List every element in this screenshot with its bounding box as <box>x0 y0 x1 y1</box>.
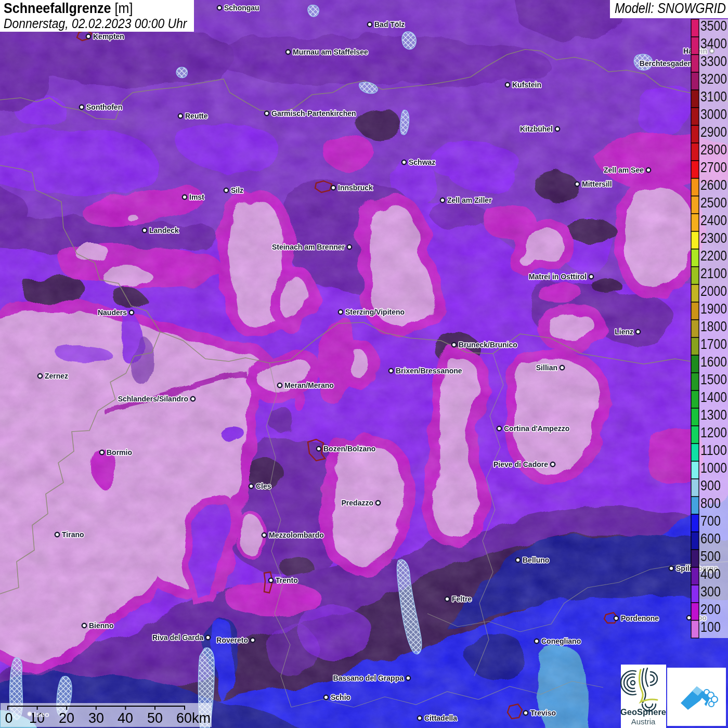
svg-text:Schlanders/Silandro: Schlanders/Silandro <box>118 395 188 403</box>
svg-text:30: 30 <box>88 710 104 726</box>
svg-text:500: 500 <box>700 549 721 564</box>
svg-text:3300: 3300 <box>700 54 727 69</box>
svg-text:Cittadella: Cittadella <box>424 714 457 722</box>
svg-text:Schwaz: Schwaz <box>409 158 435 166</box>
svg-text:Cles: Cles <box>256 482 271 490</box>
svg-text:Sterzing/Vipiteno: Sterzing/Vipiteno <box>345 308 405 316</box>
svg-text:2300: 2300 <box>700 230 727 246</box>
svg-text:20: 20 <box>59 710 74 726</box>
svg-text:100: 100 <box>700 619 721 635</box>
svg-text:Treviso: Treviso <box>530 709 556 717</box>
svg-text:Bormio: Bormio <box>107 448 132 457</box>
svg-text:Kufstein: Kufstein <box>512 81 541 89</box>
svg-text:Meran/Merano: Meran/Merano <box>284 381 334 389</box>
svg-text:Belluno: Belluno <box>523 556 549 564</box>
svg-text:2600: 2600 <box>700 177 727 193</box>
svg-text:Rovereto: Rovereto <box>216 636 248 644</box>
svg-text:Lienz: Lienz <box>615 328 633 336</box>
svg-text:200: 200 <box>700 602 721 617</box>
svg-text:GeoSphere: GeoSphere <box>620 707 666 717</box>
svg-text:1800: 1800 <box>700 319 727 334</box>
svg-text:60km: 60km <box>176 710 211 726</box>
svg-text:Murnau am Staffelsee: Murnau am Staffelsee <box>293 48 368 56</box>
svg-text:Bozen/Bolzano: Bozen/Bolzano <box>323 445 375 453</box>
svg-text:2200: 2200 <box>700 248 727 264</box>
svg-text:1600: 1600 <box>700 354 727 370</box>
svg-text:2000: 2000 <box>700 283 727 299</box>
svg-text:1900: 1900 <box>700 301 727 317</box>
svg-text:3000: 3000 <box>700 107 727 122</box>
svg-text:2900: 2900 <box>700 124 727 140</box>
svg-text:Mittersill: Mittersill <box>582 180 612 188</box>
svg-text:Zernez: Zernez <box>45 372 68 380</box>
svg-text:50: 50 <box>147 710 163 726</box>
svg-text:1500: 1500 <box>700 372 727 387</box>
svg-text:0: 0 <box>5 710 12 726</box>
svg-text:800: 800 <box>700 496 721 511</box>
svg-text:Reutte: Reutte <box>185 112 208 120</box>
svg-text:1700: 1700 <box>700 336 727 352</box>
svg-text:Bruneck/Brunico: Bruneck/Brunico <box>459 341 517 349</box>
svg-text:Zell am See: Zell am See <box>604 166 644 174</box>
svg-text:2100: 2100 <box>700 266 727 281</box>
svg-text:400: 400 <box>700 566 721 582</box>
svg-text:Riva del Garda: Riva del Garda <box>152 633 203 642</box>
svg-text:1300: 1300 <box>700 407 727 423</box>
svg-text:1200: 1200 <box>700 425 727 440</box>
svg-text:Kempten: Kempten <box>93 32 124 41</box>
svg-text:Tirano: Tirano <box>62 530 84 539</box>
svg-text:Matrei in Osttirol: Matrei in Osttirol <box>529 272 587 281</box>
svg-text:600: 600 <box>700 531 721 547</box>
svg-text:Trento: Trento <box>276 576 298 584</box>
svg-text:1000: 1000 <box>700 460 727 476</box>
svg-text:Innsbruck: Innsbruck <box>338 184 373 192</box>
svg-text:2800: 2800 <box>700 142 727 158</box>
svg-text:Schio: Schio <box>331 693 350 701</box>
svg-text:Zell am Ziller: Zell am Ziller <box>447 196 492 204</box>
svg-text:Steinach am Brenner: Steinach am Brenner <box>272 243 345 251</box>
svg-text:300: 300 <box>700 584 721 600</box>
svg-text:3100: 3100 <box>700 89 727 105</box>
svg-text:Mezzolombardo: Mezzolombardo <box>269 531 324 539</box>
svg-text:Pieve di Cadore: Pieve di Cadore <box>493 460 548 469</box>
svg-text:Silz: Silz <box>231 186 243 194</box>
svg-text:40: 40 <box>118 710 133 726</box>
svg-text:Pordenone: Pordenone <box>621 614 659 622</box>
svg-text:2400: 2400 <box>700 213 727 228</box>
svg-text:Nauders: Nauders <box>98 308 127 317</box>
svg-text:Imst: Imst <box>189 193 204 201</box>
svg-text:3200: 3200 <box>700 71 727 87</box>
svg-text:Bienno: Bienno <box>89 621 113 630</box>
svg-text:Sillian: Sillian <box>536 363 557 372</box>
svg-text:Kitzbühel: Kitzbühel <box>520 125 553 133</box>
svg-text:Austria: Austria <box>631 717 656 726</box>
svg-text:Bad Tölz: Bad Tölz <box>374 20 405 29</box>
svg-text:700: 700 <box>700 513 721 529</box>
svg-text:3400: 3400 <box>700 36 727 51</box>
svg-text:Schongau: Schongau <box>224 4 259 12</box>
svg-text:Conegliano: Conegliano <box>541 637 581 645</box>
svg-text:1400: 1400 <box>700 389 727 405</box>
svg-text:1100: 1100 <box>700 443 727 458</box>
svg-text:2500: 2500 <box>700 195 727 211</box>
svg-text:Garmisch-Partenkirchen: Garmisch-Partenkirchen <box>271 109 356 118</box>
svg-text:Iseo: Iseo <box>34 710 49 719</box>
svg-text:Sonthofen: Sonthofen <box>86 103 122 111</box>
svg-text:3500: 3500 <box>700 18 727 34</box>
svg-text:Predazzo: Predazzo <box>342 499 373 507</box>
svg-text:Landeck: Landeck <box>149 226 179 235</box>
svg-text:Berchtesgaden: Berchtesgaden <box>640 59 692 68</box>
svg-text:Brixen/Bressanone: Brixen/Bressanone <box>396 367 462 375</box>
svg-text:2700: 2700 <box>700 160 727 175</box>
svg-text:900: 900 <box>700 478 721 493</box>
svg-text:Cortina d'Ampezzo: Cortina d'Ampezzo <box>504 424 569 433</box>
svg-text:Bassano del Grappa: Bassano del Grappa <box>333 674 404 682</box>
svg-text:Feltre: Feltre <box>452 595 472 603</box>
